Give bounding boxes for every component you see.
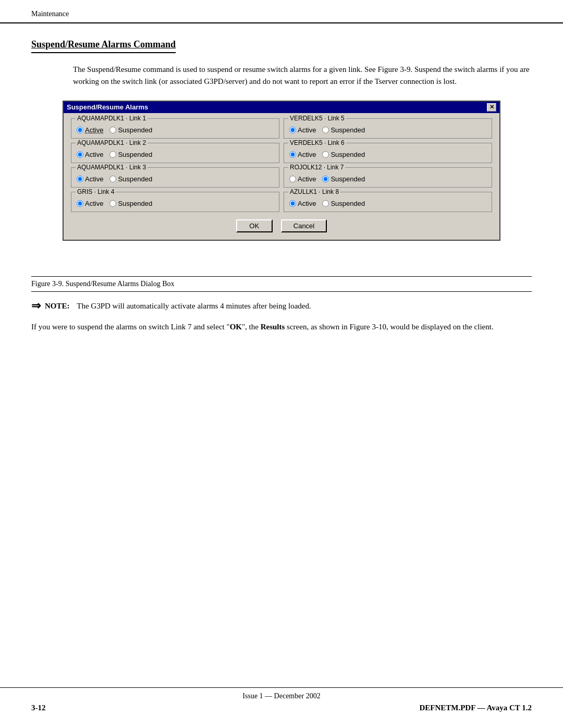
link8-active-radio[interactable]	[289, 200, 296, 207]
link4-active-label: Active	[85, 200, 103, 207]
link1-active-option[interactable]: Active	[77, 126, 103, 134]
link-group-link4: GRIS · Link 4 Active Suspended	[71, 192, 279, 212]
link6-suspended-label: Suspended	[331, 151, 365, 158]
link6-suspended-radio[interactable]	[322, 151, 329, 158]
link3-active-radio[interactable]	[77, 176, 83, 182]
link1-suspended-option[interactable]: Suspended	[109, 126, 152, 134]
link8-active-label: Active	[298, 200, 316, 207]
link6-active-label: Active	[298, 151, 316, 158]
link5-suspended-radio[interactable]	[322, 127, 329, 133]
link3-radio-row: Active Suspended	[77, 175, 274, 183]
note-label: NOTE:	[45, 302, 70, 310]
dialog-buttons: OK Cancel	[71, 219, 492, 232]
dialog-body: AQUAMAPDLK1 · Link 1 Active Suspended	[64, 113, 499, 240]
link3-suspended-label: Suspended	[118, 175, 152, 183]
page-content: Suspend/Resume Alarms Command The Suspen…	[0, 23, 563, 272]
link3-active-option[interactable]: Active	[77, 175, 103, 183]
link8-suspended-option[interactable]: Suspended	[322, 200, 365, 207]
link8-suspended-label: Suspended	[331, 200, 365, 207]
link1-active-radio[interactable]	[77, 127, 83, 133]
link1-label: AQUAMAPDLK1 · Link 1	[76, 115, 148, 122]
ok-button[interactable]: OK	[236, 219, 273, 232]
link3-active-label: Active	[85, 175, 103, 183]
link5-active-radio[interactable]	[289, 127, 296, 133]
link2-label: AQUAMAPDLK1 · Link 2	[76, 139, 148, 146]
note-arrow-icon: ⇒	[31, 299, 41, 313]
link7-active-radio[interactable]	[289, 176, 296, 182]
link1-suspended-label: Suspended	[118, 126, 152, 134]
page-number: 3-12	[31, 704, 46, 712]
link2-suspended-option[interactable]: Suspended	[109, 151, 152, 158]
link6-radio-row: Active Suspended	[289, 151, 486, 158]
note-text: The G3PD will automatically activate ala…	[77, 302, 311, 310]
figure-caption-text: Figure 3-9. Suspend/Resume Alarms Dialog…	[31, 280, 175, 288]
link2-active-label: Active	[85, 151, 103, 158]
note-section: ⇒ NOTE: The G3PD will automatically acti…	[31, 300, 532, 313]
section-paragraph: The Suspend/Resume command is used to su…	[73, 64, 532, 88]
link-group-link3: AQUAMAPDLK1 · Link 3 Active Suspended	[71, 167, 279, 188]
link8-suspended-radio[interactable]	[322, 200, 329, 207]
page-footer: Issue 1 — December 2002 3-12 DEFNETM.PDF…	[0, 687, 563, 712]
link7-active-label: Active	[298, 175, 316, 183]
link5-active-option[interactable]: Active	[289, 126, 316, 134]
link7-suspended-label: Suspended	[331, 175, 365, 183]
dialog-box: Suspend/Resume Alarms ✕ AQUAMAPDLK1 · Li…	[63, 101, 500, 241]
link2-radio-row: Active Suspended	[77, 151, 274, 158]
link6-active-radio[interactable]	[289, 151, 296, 158]
link7-suspended-radio[interactable]	[322, 176, 329, 182]
link6-active-option[interactable]: Active	[289, 151, 316, 158]
link8-label: AZULLK1 · Link 8	[288, 188, 340, 195]
footer-bottom: 3-12 DEFNETM.PDF — Avaya CT 1.2	[31, 704, 532, 712]
link4-label: GRIS · Link 4	[76, 188, 116, 195]
links-grid: AQUAMAPDLK1 · Link 1 Active Suspended	[71, 118, 492, 212]
note-content: NOTE: The G3PD will automatically activa…	[45, 300, 532, 312]
link2-active-option[interactable]: Active	[77, 151, 103, 158]
link7-radio-row: Active Suspended	[289, 175, 486, 183]
dialog-titlebar: Suspend/Resume Alarms ✕	[64, 102, 499, 113]
link-group-link2: AQUAMAPDLK1 · Link 2 Active Suspended	[71, 143, 279, 163]
link4-radio-row: Active Suspended	[77, 200, 274, 207]
link5-active-label: Active	[298, 126, 316, 134]
link7-suspended-option[interactable]: Suspended	[322, 175, 365, 183]
link8-active-option[interactable]: Active	[289, 200, 316, 207]
link-group-link7: ROJOLK12 · Link 7 Active Suspended	[284, 167, 492, 188]
link-group-link1: AQUAMAPDLK1 · Link 1 Active Suspended	[71, 118, 279, 139]
link1-active-label: Active	[85, 126, 103, 134]
close-button[interactable]: ✕	[487, 103, 496, 112]
link8-radio-row: Active Suspended	[289, 200, 486, 207]
link4-suspended-radio[interactable]	[109, 200, 116, 207]
doc-ref: DEFNETM.PDF — Avaya CT 1.2	[419, 704, 532, 712]
link5-label: VERDELK5 · Link 5	[288, 115, 346, 122]
link3-suspended-option[interactable]: Suspended	[109, 175, 152, 183]
link2-suspended-radio[interactable]	[109, 151, 116, 158]
dialog-title: Suspend/Resume Alarms	[67, 103, 148, 111]
section-title: Suspend/Resume Alarms Command	[31, 39, 176, 53]
header-text: Maintenance	[31, 10, 69, 18]
link4-suspended-label: Suspended	[118, 200, 152, 207]
link4-active-option[interactable]: Active	[77, 200, 103, 207]
link5-suspended-label: Suspended	[331, 126, 365, 134]
figure-caption: Figure 3-9. Suspend/Resume Alarms Dialog…	[31, 276, 532, 292]
link3-suspended-radio[interactable]	[109, 176, 116, 182]
link2-active-radio[interactable]	[77, 151, 83, 158]
footer-issue: Issue 1 — December 2002	[31, 692, 532, 700]
link5-suspended-option[interactable]: Suspended	[322, 126, 365, 134]
link5-radio-row: Active Suspended	[289, 126, 486, 134]
extra-paragraph: If you were to suspend the alarms on swi…	[31, 321, 532, 333]
link-group-link6: VERDELK5 · Link 6 Active Suspended	[284, 143, 492, 163]
page-header: Maintenance	[0, 0, 563, 23]
link2-suspended-label: Suspended	[118, 151, 152, 158]
link-group-link5: VERDELK5 · Link 5 Active Suspended	[284, 118, 492, 139]
link1-radio-row: Active Suspended	[77, 126, 274, 134]
link4-suspended-option[interactable]: Suspended	[109, 200, 152, 207]
link6-suspended-option[interactable]: Suspended	[322, 151, 365, 158]
link7-active-option[interactable]: Active	[289, 175, 316, 183]
cancel-button[interactable]: Cancel	[281, 219, 327, 232]
link3-label: AQUAMAPDLK1 · Link 3	[76, 164, 148, 171]
link-group-link8: AZULLK1 · Link 8 Active Suspended	[284, 192, 492, 212]
link6-label: VERDELK5 · Link 6	[288, 139, 346, 146]
link7-label: ROJOLK12 · Link 7	[288, 164, 345, 171]
link4-active-radio[interactable]	[77, 200, 83, 207]
link1-suspended-radio[interactable]	[109, 127, 116, 133]
